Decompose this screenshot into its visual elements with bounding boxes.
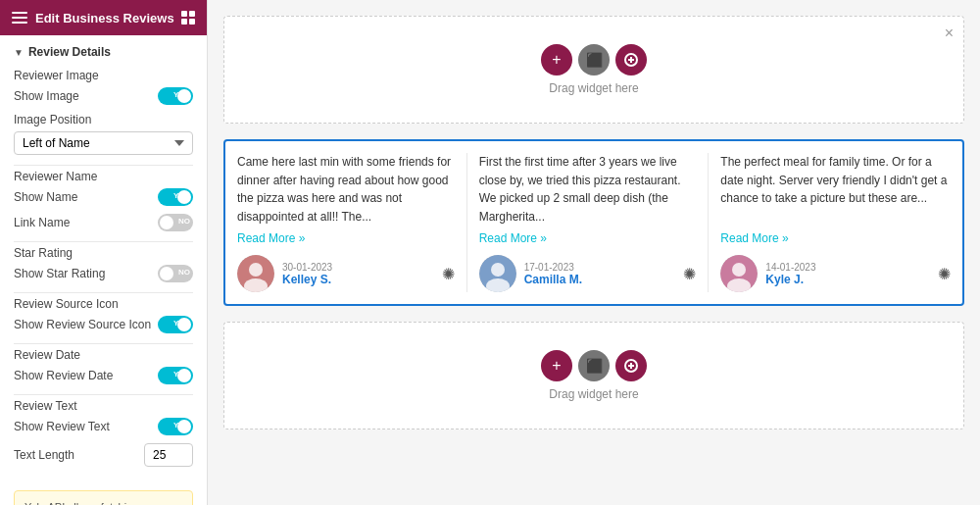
widget-square-icon-bottom[interactable]: ⬛: [578, 350, 610, 381]
avatar-3: [720, 255, 758, 292]
yelp-icon-2: ✺: [683, 265, 696, 283]
yelp-icon-1: ✺: [442, 265, 455, 283]
show-image-toggle[interactable]: YES: [158, 87, 193, 105]
sidebar-header: Edit Business Reviews: [0, 0, 207, 35]
drop-zone-icons-bottom: + ⬛: [541, 350, 647, 381]
yelp-icon-3: ✺: [938, 265, 951, 283]
review-date-label: Review Date: [14, 348, 193, 362]
link-name-label: Link Name: [14, 216, 70, 229]
show-star-label: Show Star Rating: [14, 267, 105, 280]
text-length-row: Text Length: [14, 443, 193, 467]
chevron-down-icon: ▼: [14, 47, 24, 58]
reviews-section: Came here last min with some friends for…: [223, 139, 964, 306]
hamburger-icon[interactable]: [12, 12, 27, 24]
review-card-2: First the first time after 3 years we li…: [479, 153, 710, 292]
main-content: × + ⬛ Drag widget here Came here last mi…: [208, 0, 980, 505]
reviewer-name-label: Reviewer Name: [14, 170, 193, 183]
widget-circle-icon-bottom[interactable]: [615, 350, 647, 381]
show-source-row: Show Review Source Icon YES: [14, 316, 193, 333]
reviewer-info-3: 14-01-2023 Kyle J.: [765, 262, 930, 286]
svg-point-4: [249, 263, 263, 277]
svg-point-7: [491, 263, 505, 277]
review-date-1: 30-01-2023: [282, 262, 434, 273]
avatar-2: [479, 255, 516, 292]
text-length-input[interactable]: [144, 443, 193, 467]
read-more-2[interactable]: Read More »: [479, 231, 697, 245]
add-widget-icon[interactable]: +: [541, 44, 572, 76]
toggle-yes: YES: [173, 319, 189, 328]
toggle-yes: YES: [173, 90, 189, 99]
show-star-toggle[interactable]: NO: [158, 265, 193, 282]
show-name-toggle[interactable]: YES: [158, 188, 193, 206]
toggle-yes: YES: [173, 370, 189, 379]
review-text-2: First the first time after 3 years we li…: [479, 153, 697, 226]
bottom-drop-zone: + ⬛ Drag widget here: [223, 322, 964, 429]
source-icon-label: Review Source Icon: [14, 297, 193, 311]
review-text-1: Came here last min with some friends for…: [237, 153, 455, 226]
reviewer-info-1: 30-01-2023 Kelley S.: [282, 262, 434, 286]
show-date-toggle[interactable]: YES: [158, 367, 193, 384]
drop-zone-text-bottom: Drag widget here: [549, 387, 638, 401]
source-icon-group: Review Source Icon Show Review Source Ic…: [14, 297, 193, 333]
review-text-3: The perfect meal for family time. Or for…: [720, 153, 951, 226]
review-date-3: 14-01-2023: [765, 262, 930, 273]
image-position-row: Image Position Left of Name Right of Nam…: [14, 113, 193, 155]
image-position-select[interactable]: Left of Name Right of Name Above Name: [14, 131, 193, 155]
review-details-section: ▼ Review Details Reviewer Image Show Ima…: [0, 35, 207, 482]
show-source-toggle[interactable]: YES: [158, 316, 193, 333]
star-rating-group: Star Rating Show Star Rating NO: [14, 246, 193, 282]
show-name-row: Show Name YES: [14, 188, 193, 206]
show-star-row: Show Star Rating NO: [14, 265, 193, 282]
review-date-2: 17-01-2023: [524, 262, 676, 273]
read-more-1[interactable]: Read More »: [237, 231, 455, 245]
info-box: Yelp API allows fetching maximum 160 cha…: [14, 490, 193, 505]
sidebar-title: Edit Business Reviews: [35, 11, 174, 25]
reviewer-info-2: 17-01-2023 Camilla M.: [524, 262, 676, 286]
drop-zone-icons: + ⬛: [541, 44, 647, 76]
show-image-label: Show Image: [14, 89, 79, 103]
review-text-group: Review Text Show Review Text YES Text Le…: [14, 399, 193, 467]
avatar-1: [237, 255, 274, 292]
toggle-yes: YES: [173, 421, 189, 429]
reviewer-name-2[interactable]: Camilla M.: [524, 273, 676, 286]
link-name-toggle[interactable]: NO: [158, 214, 193, 231]
star-rating-label: Star Rating: [14, 246, 193, 260]
add-widget-icon-bottom[interactable]: +: [541, 350, 572, 381]
image-position-label: Image Position: [14, 113, 193, 126]
drop-zone-text-top: Drag widget here: [549, 81, 638, 95]
section-label: Review Details: [28, 45, 111, 59]
reviewer-name-3[interactable]: Kyle J.: [765, 273, 930, 286]
show-text-row: Show Review Text YES: [14, 418, 193, 435]
show-text-toggle[interactable]: YES: [158, 418, 193, 435]
grid-icon[interactable]: [181, 11, 195, 25]
review-text-label: Review Text: [14, 399, 193, 413]
read-more-3[interactable]: Read More »: [720, 231, 951, 245]
close-icon[interactable]: ×: [945, 25, 954, 42]
review-footer-1: 30-01-2023 Kelley S. ✺: [237, 255, 455, 292]
toggle-yes: YES: [173, 191, 189, 200]
show-name-label: Show Name: [14, 190, 77, 204]
show-date-row: Show Review Date YES: [14, 367, 193, 384]
reviewer-name-1[interactable]: Kelley S.: [282, 273, 434, 286]
widget-circle-icon[interactable]: [615, 44, 647, 76]
show-image-row: Show Image YES: [14, 87, 193, 105]
sidebar-header-left: Edit Business Reviews: [12, 11, 174, 25]
top-drop-zone: × + ⬛ Drag widget here: [223, 16, 964, 124]
review-footer-3: 14-01-2023 Kyle J. ✺: [720, 255, 951, 292]
review-card-3: The perfect meal for family time. Or for…: [720, 153, 951, 292]
review-card-1: Came here last min with some friends for…: [237, 153, 467, 292]
reviewer-image-group: Reviewer Image Show Image YES Image Posi…: [14, 69, 193, 155]
toggle-no: NO: [178, 268, 190, 277]
reviewer-name-group: Reviewer Name Show Name YES Link Name NO: [14, 170, 193, 231]
text-length-label: Text Length: [14, 448, 74, 462]
sidebar: Edit Business Reviews ▼ Review Details R…: [0, 0, 208, 505]
section-toggle[interactable]: ▼ Review Details: [14, 45, 193, 59]
link-name-row: Link Name NO: [14, 214, 193, 231]
review-footer-2: 17-01-2023 Camilla M. ✺: [479, 255, 697, 292]
show-date-label: Show Review Date: [14, 369, 113, 382]
review-date-group: Review Date Show Review Date YES: [14, 348, 193, 384]
show-text-label: Show Review Text: [14, 420, 110, 433]
widget-square-icon[interactable]: ⬛: [578, 44, 610, 76]
toggle-no: NO: [178, 217, 190, 226]
show-source-label: Show Review Source Icon: [14, 318, 151, 331]
